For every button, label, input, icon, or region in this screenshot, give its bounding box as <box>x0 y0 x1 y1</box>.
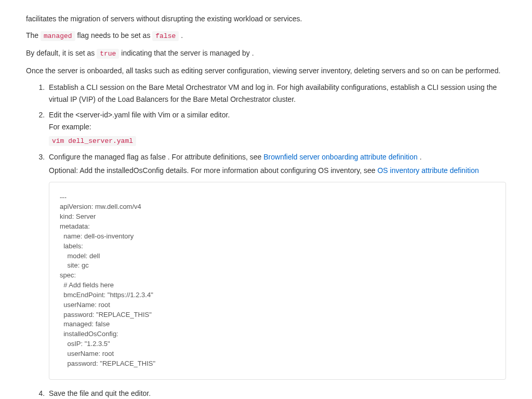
step-item: Establish a CLI session on the Bare Meta… <box>47 82 506 105</box>
step-text: For example: <box>49 121 506 132</box>
step-text: Configure the managed flag as false . Fo… <box>49 153 263 161</box>
text: By default, it is set as <box>26 49 97 57</box>
code-true: true <box>97 49 119 59</box>
text: indicating that the server is managed by… <box>119 49 254 57</box>
intro-paragraph: By default, it is set as true indicating… <box>26 47 506 60</box>
yaml-code-block: --- apiVersion: mw.dell.com/v4 kind: Ser… <box>49 182 506 380</box>
intro-paragraph: The managed flag needs to be set as fals… <box>26 30 506 42</box>
step-item: Configure the managed flag as false . Fo… <box>47 151 506 380</box>
link-os-inventory-definition[interactable]: OS inventory attribute definition <box>377 166 478 175</box>
command-vim: vim dell_server.yaml <box>49 136 136 146</box>
step-text: Save the file and quit the editor. <box>49 389 151 397</box>
step-item: Edit the <server-id>.yaml file with Vim … <box>47 109 506 147</box>
step-text: . <box>418 153 422 161</box>
text: . <box>179 31 183 39</box>
intro-paragraph: Once the server is onboarded, all tasks … <box>26 65 506 76</box>
step-text: Edit the <server-id>.yaml file with Vim … <box>49 109 506 121</box>
intro-paragraph: facilitates the migration of servers wit… <box>26 13 506 24</box>
step-item: Save the file and quit the editor. <box>47 388 506 399</box>
code-managed: managed <box>41 31 75 41</box>
step-text: Optional: Add the installedOsConfig deta… <box>49 166 377 175</box>
code-false: false <box>152 31 179 41</box>
steps-list: Establish a CLI session on the Bare Meta… <box>26 82 506 399</box>
step-text: Establish a CLI session on the Bare Meta… <box>49 83 497 103</box>
link-brownfield-definition[interactable]: Brownfield server onboarding attribute d… <box>263 153 418 161</box>
text: The <box>26 31 41 39</box>
text: flag needs to be set as <box>75 31 153 39</box>
